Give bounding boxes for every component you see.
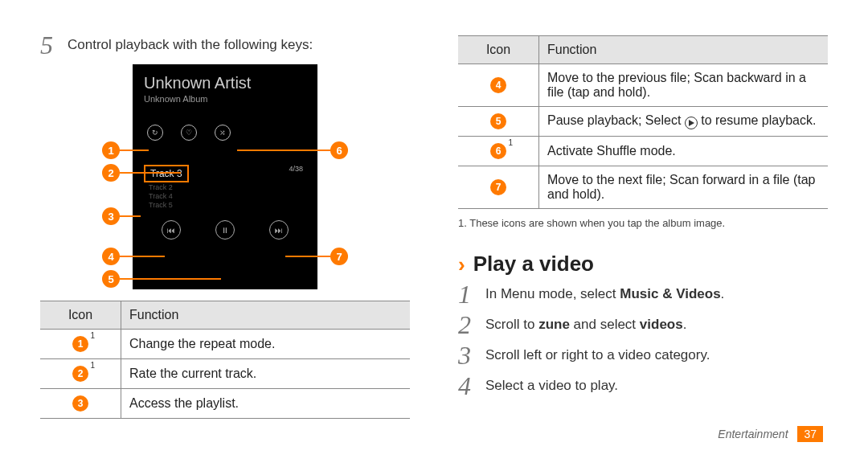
page-number: 37 bbox=[797, 426, 823, 442]
step-number: 4 bbox=[458, 373, 485, 399]
chevron-right-icon: › bbox=[458, 254, 465, 275]
step-5-text: Control playback with the following keys… bbox=[68, 32, 313, 53]
callout-5: 5 bbox=[102, 270, 120, 288]
table-row: 5 Pause playback; Select to resume playb… bbox=[458, 107, 828, 137]
footer-category: Entertainment bbox=[718, 428, 788, 440]
function-text: Move to the previous file; Scan backward… bbox=[539, 64, 829, 107]
table-row: 21 Rate the current track. bbox=[40, 359, 410, 389]
icon-function-table-right: Icon Function 4 Move to the previous fil… bbox=[458, 35, 828, 209]
page-footer: Entertainment 37 bbox=[718, 426, 823, 442]
next-icon: ⏭ bbox=[269, 220, 289, 240]
album-name: Unknown Album bbox=[144, 94, 306, 104]
pause-icon: ⏸ bbox=[215, 220, 235, 240]
step-text: Scroll to zune and select videos. bbox=[485, 312, 686, 333]
badge-3: 3 bbox=[72, 395, 88, 412]
section-heading: Play a video bbox=[473, 252, 594, 276]
table-header-icon: Icon bbox=[40, 301, 121, 330]
heart-icon: ♡ bbox=[181, 125, 197, 141]
step-text: Select a video to play. bbox=[485, 373, 618, 394]
callout-3: 3 bbox=[102, 207, 120, 225]
function-text: Move to the next file; Scan forward in a… bbox=[539, 166, 829, 209]
footnote-text: 1. These icons are shown when you tap th… bbox=[458, 217, 828, 229]
function-text: Activate Shuffle mode. bbox=[539, 137, 829, 166]
badge-7: 7 bbox=[490, 179, 506, 195]
callout-line bbox=[120, 278, 221, 280]
callout-line bbox=[120, 256, 165, 257]
badge-2: 21 bbox=[72, 366, 88, 382]
track-count: 4/38 bbox=[289, 165, 303, 173]
previous-icon: ⏮ bbox=[162, 220, 181, 240]
track-item: Track 4 bbox=[144, 192, 306, 200]
table-row: 11 Change the repeat mode. bbox=[40, 330, 410, 359]
step-number: 2 bbox=[458, 312, 485, 338]
callout-line bbox=[285, 256, 330, 257]
function-text: Rate the current track. bbox=[121, 359, 411, 389]
badge-1: 11 bbox=[72, 336, 88, 352]
footnote-marker: 1 bbox=[90, 361, 95, 370]
step-number: 3 bbox=[458, 342, 485, 368]
badge-6: 61 bbox=[490, 143, 506, 159]
step-number-5: 5 bbox=[40, 32, 68, 58]
function-text: Access the playlist. bbox=[121, 389, 411, 419]
step-text: Scroll left or right to a video category… bbox=[485, 342, 710, 363]
svg-marker-0 bbox=[689, 120, 694, 126]
table-row: 61 Activate Shuffle mode. bbox=[458, 137, 828, 166]
step-number: 1 bbox=[458, 281, 485, 307]
function-text: Change the repeat mode. bbox=[121, 330, 411, 359]
callout-2: 2 bbox=[102, 164, 120, 182]
table-header-function: Function bbox=[121, 301, 411, 330]
table-header-icon: Icon bbox=[458, 36, 539, 64]
callout-4: 4 bbox=[102, 248, 120, 265]
shuffle-icon: ⤮ bbox=[215, 125, 231, 141]
table-row: 3 Access the playlist. bbox=[40, 389, 410, 419]
table-row: 7 Move to the next file; Scan forward in… bbox=[458, 166, 828, 209]
table-header-function: Function bbox=[539, 36, 829, 64]
artist-name: Unknown Artist bbox=[144, 74, 306, 92]
repeat-icon: ↻ bbox=[147, 125, 163, 141]
track-item: Track 5 bbox=[144, 201, 306, 209]
function-text: Pause playback; Select to resume playbac… bbox=[539, 107, 829, 137]
play-icon bbox=[685, 117, 698, 129]
callout-7: 7 bbox=[330, 248, 348, 265]
table-row: 4 Move to the previous file; Scan backwa… bbox=[458, 64, 828, 107]
callout-line bbox=[120, 172, 181, 174]
callout-line bbox=[120, 149, 149, 151]
callout-line bbox=[120, 215, 141, 217]
badge-4: 4 bbox=[490, 77, 506, 93]
callout-line bbox=[237, 149, 330, 151]
icon-function-table-left: Icon Function 11 Change the repeat mode.… bbox=[40, 301, 410, 419]
footnote-marker: 1 bbox=[508, 138, 513, 147]
callout-6: 6 bbox=[330, 141, 348, 159]
footnote-marker: 1 bbox=[90, 331, 95, 340]
current-track: Track 3 bbox=[144, 165, 189, 182]
step-text: In Menu mode, select Music & Videos. bbox=[485, 281, 724, 302]
track-item: Track 2 bbox=[144, 183, 306, 191]
badge-5: 5 bbox=[490, 113, 506, 129]
callout-1: 1 bbox=[102, 141, 120, 159]
